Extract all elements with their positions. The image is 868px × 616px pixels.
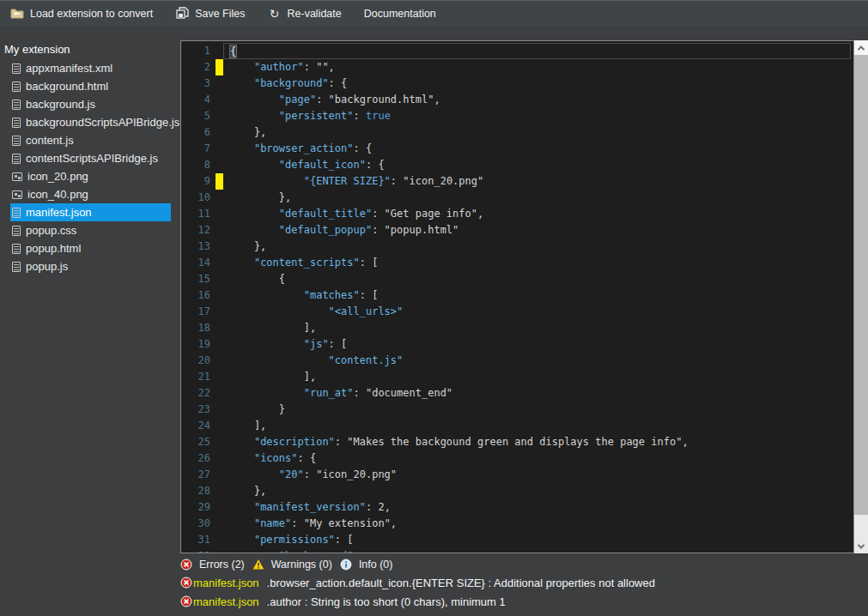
file-name: content.js: [26, 134, 74, 147]
file-item-background.js[interactable]: background.js: [10, 95, 171, 113]
file-item-popup.html[interactable]: popup.html: [10, 239, 171, 257]
gutter-spacer: [215, 434, 223, 450]
scroll-down-button[interactable]: [854, 539, 868, 553]
file-item-popup.css[interactable]: popup.css: [10, 221, 171, 239]
code-area: 1{2 "author": "",3 "background": {4 "pag…: [181, 43, 853, 553]
token: "<all_urls>": [329, 305, 404, 317]
token: : "Get page info",: [372, 208, 483, 220]
file-item-contentScriptsAPIBridge.js[interactable]: contentScriptsAPIBridge.js: [10, 149, 171, 167]
documentation-label: Documentation: [364, 8, 436, 20]
file-tree: appxmanifest.xmlbackground.htmlbackgroun…: [0, 59, 180, 275]
gutter-spacer: [215, 402, 223, 418]
scroll-up-button[interactable]: [854, 40, 868, 55]
gutter-spacer: [215, 336, 223, 353]
problems-tab-errors[interactable]: Errors (2): [180, 559, 245, 571]
problems-panel: Errors (2)Warnings (0)Info (0) manifest.…: [180, 556, 868, 611]
code-line-8: 8 "default_icon": {: [181, 157, 853, 173]
gutter-spacer: [215, 499, 223, 516]
code-line-19: 19 "js": [: [181, 336, 853, 353]
file-item-backgroundScriptsAPIBridge.js[interactable]: backgroundScriptsAPIBridge.js: [10, 113, 171, 131]
js-file-icon: [12, 154, 21, 164]
error-marker: [215, 59, 223, 75]
code-text: "default_popup": "popup.html": [223, 222, 853, 239]
js-file-icon: [12, 136, 21, 146]
png-file-icon: [12, 172, 22, 181]
code-line-12: 12 "default_popup": "popup.html": [181, 222, 853, 239]
token: ],: [229, 371, 316, 383]
code-line-11: 11 "default_title": "Get page info",: [181, 206, 853, 222]
gutter-spacer: [215, 43, 223, 59]
revalidate-button[interactable]: ↻ Re-validate: [268, 7, 342, 21]
documentation-button[interactable]: Documentation: [364, 8, 436, 20]
chevron-up-icon: [858, 45, 865, 52]
code-text: "<all_urls>": [223, 304, 853, 320]
gutter-spacer: [215, 483, 223, 499]
token: "default_popup": [279, 224, 372, 236]
problem-row[interactable]: manifest.json.browser_action.default_ico…: [180, 573, 868, 592]
token: [229, 305, 329, 317]
token: : "icon_20.png": [391, 175, 483, 187]
code-line-9: 9 "{ENTER SIZE}": "icon_20.png": [181, 173, 853, 190]
code-line-16: 16 "matches": [: [181, 287, 853, 304]
code-line-20: 20 "content.js": [181, 353, 853, 369]
gutter-spacer: [215, 548, 223, 553]
token: [229, 338, 304, 350]
token: "js": [304, 338, 329, 350]
token: "run_at": [304, 387, 354, 399]
line-number: 7: [181, 141, 210, 157]
token: [229, 387, 304, 399]
code-text: "background": [223, 548, 853, 553]
token: "icons": [254, 452, 298, 464]
line-number: 32: [181, 548, 210, 553]
token: },: [229, 240, 266, 252]
line-number: 20: [181, 353, 210, 369]
problems-tab-label: Info (0): [359, 559, 393, 571]
revalidate-label: Re-validate: [288, 8, 342, 20]
gutter-spacer: [215, 222, 223, 239]
file-item-background.html[interactable]: background.html: [10, 77, 171, 95]
code-line-28: 28 },: [181, 483, 853, 499]
load-extension-button[interactable]: Load extension to convert: [10, 7, 153, 21]
code-text: "content.js": [223, 353, 853, 369]
gutter-spacer: [215, 532, 223, 548]
save-files-label: Save Files: [195, 8, 245, 20]
warning-icon: [252, 559, 264, 571]
file-item-content.js[interactable]: content.js: [10, 131, 171, 149]
file-item-appxmanifest.xml[interactable]: appxmanifest.xml: [10, 59, 171, 77]
gutter-spacer: [215, 75, 223, 92]
token: [229, 175, 304, 187]
line-number: 8: [181, 157, 210, 173]
scrollbar-thumb[interactable]: [854, 55, 868, 515]
file-item-popup.js[interactable]: popup.js: [10, 257, 171, 275]
file-item-icon_40.png[interactable]: icon_40.png: [10, 185, 171, 203]
token: [229, 142, 254, 154]
file-item-icon_20.png[interactable]: icon_20.png: [10, 167, 171, 185]
token: [229, 534, 254, 546]
line-number: 2: [181, 59, 210, 75]
line-number: 15: [181, 271, 210, 287]
line-number: 12: [181, 222, 210, 239]
code-text: "run_at": "document_end": [223, 385, 853, 402]
problems-tab-warnings[interactable]: Warnings (0): [252, 559, 332, 571]
file-name: background.js: [26, 98, 95, 111]
code-editor[interactable]: 1{2 "author": "",3 "background": {4 "pag…: [180, 40, 854, 553]
open-folder-icon: [10, 7, 24, 21]
token: [229, 436, 254, 448]
save-files-button[interactable]: Save Files: [175, 7, 245, 21]
editor-vertical-scrollbar[interactable]: [854, 40, 868, 553]
gutter-spacer: [215, 271, 223, 287]
problem-row[interactable]: manifest.json.author : String is too sho…: [180, 592, 868, 611]
token: "persistent": [279, 110, 354, 122]
code-line-23: 23 }: [181, 402, 853, 418]
line-number: 4: [181, 92, 210, 108]
code-text: {: [223, 43, 851, 59]
code-text: },: [223, 483, 853, 499]
file-item-manifest.json[interactable]: manifest.json: [10, 203, 171, 221]
xml-file-icon: [12, 63, 21, 74]
token: "default_icon": [279, 159, 366, 171]
code-text: "description": "Makes the backgound gree…: [223, 434, 853, 450]
gutter-spacer: [215, 141, 223, 157]
token: [229, 94, 279, 106]
load-extension-label: Load extension to convert: [30, 8, 153, 20]
problems-tab-info[interactable]: Info (0): [340, 559, 393, 571]
